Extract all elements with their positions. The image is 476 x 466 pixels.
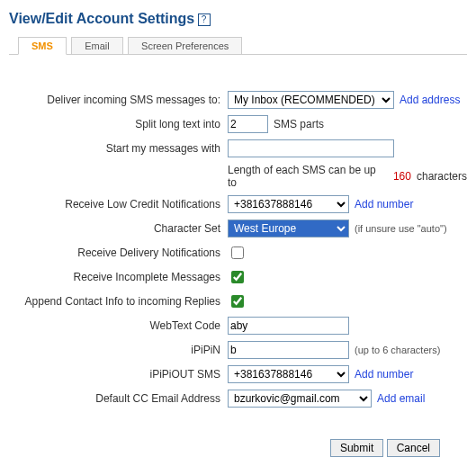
- webtext-input[interactable]: [228, 317, 349, 335]
- ipipin-input[interactable]: [228, 341, 349, 359]
- append-label: Append Contact Info to incoming Replies: [9, 295, 228, 308]
- add-number-link-1[interactable]: Add number: [355, 198, 413, 211]
- delivery-label: Receive Delivery Notifications: [9, 246, 228, 259]
- delivery-checkbox[interactable]: [231, 246, 244, 259]
- startmsg-label: Start my messages with: [9, 142, 228, 155]
- ipipiout-label: iPiPiOUT SMS: [9, 368, 228, 381]
- length-hint: Length of each SMS can be up to 160 char…: [228, 164, 467, 189]
- tab-screen-preferences[interactable]: Screen Preferences: [128, 37, 242, 54]
- startmsg-input[interactable]: [228, 139, 394, 157]
- lowcredit-label: Receive Low Credit Notifications: [9, 198, 228, 211]
- append-checkbox[interactable]: [231, 295, 244, 308]
- ipipin-hint: (up to 6 characters): [355, 345, 440, 355]
- split-suffix: SMS parts: [274, 118, 324, 130]
- tab-email[interactable]: Email: [71, 37, 123, 54]
- title-text: View/Edit Account Settings: [9, 11, 194, 26]
- incomplete-checkbox[interactable]: [231, 271, 244, 283]
- charset-select[interactable]: West Europe: [228, 220, 349, 237]
- cancel-button[interactable]: Cancel: [387, 439, 440, 457]
- charset-hint: (if unsure use "auto"): [355, 223, 447, 234]
- ccemail-label: Default CC Email Address: [9, 392, 228, 405]
- tab-sms[interactable]: SMS: [18, 37, 67, 55]
- tab-bar: SMS Email Screen Preferences: [9, 36, 467, 55]
- ipipiout-select[interactable]: +381637888146: [228, 365, 349, 383]
- ipipin-label: iPiPiN: [9, 344, 228, 356]
- submit-button[interactable]: Submit: [330, 439, 383, 457]
- page-title: View/Edit Account Settings ?: [9, 11, 467, 27]
- settings-form: Deliver incoming SMS messages to: My Inb…: [9, 91, 467, 457]
- help-icon[interactable]: ?: [198, 13, 211, 26]
- add-address-link[interactable]: Add address: [400, 94, 460, 106]
- charset-label: Character Set: [9, 222, 228, 235]
- add-email-link[interactable]: Add email: [377, 392, 425, 405]
- incomplete-label: Receive Incomplete Messages: [9, 271, 228, 283]
- deliver-select[interactable]: My Inbox (RECOMMENDED): [228, 91, 394, 109]
- add-number-link-2[interactable]: Add number: [355, 368, 413, 381]
- split-label: Split long text into: [9, 118, 228, 130]
- split-input[interactable]: [228, 115, 268, 133]
- webtext-label: WebText Code: [9, 319, 228, 332]
- ccemail-select[interactable]: bzurkovic@gmail.com: [228, 390, 372, 408]
- deliver-label: Deliver incoming SMS messages to:: [9, 94, 228, 106]
- lowcredit-select[interactable]: +381637888146: [228, 195, 349, 213]
